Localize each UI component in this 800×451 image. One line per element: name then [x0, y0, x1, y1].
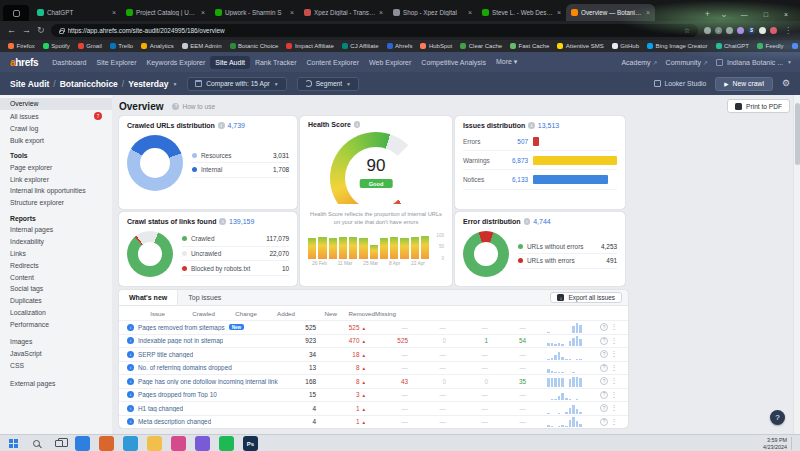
nav-item[interactable]: Rank Tracker [250, 56, 302, 69]
issue-help-icon[interactable]: ? [600, 323, 608, 331]
sidebar-entry[interactable]: Internal link opportunities [0, 185, 112, 197]
extension-icon[interactable]: ↓ [715, 27, 722, 34]
legend-row[interactable]: Internal 1,708 [192, 163, 289, 178]
column-header[interactable]: Issue [127, 310, 165, 317]
row-menu-icon[interactable]: ⋮ [608, 364, 620, 372]
column-header[interactable]: New [295, 310, 337, 317]
issue-row[interactable]: i Meta description changed 4 1▲ — — — — [119, 415, 628, 429]
crawled-value[interactable]: 4 [278, 418, 316, 425]
sidebar-entry[interactable]: Performance [0, 318, 112, 330]
row-menu-icon[interactable]: ⋮ [608, 350, 620, 358]
print-to-pdf-button[interactable]: Print to PDF [727, 99, 790, 113]
tab-close-icon[interactable]: × [112, 9, 116, 16]
column-header[interactable]: Removed [337, 310, 375, 317]
crawled-value[interactable]: 34 [278, 351, 316, 358]
tab-close-icon[interactable]: × [290, 9, 294, 16]
issue-row[interactable]: i No. of referring domains dropped 13 8▲… [119, 361, 628, 375]
crawled-value[interactable]: 4 [278, 405, 316, 412]
window-close-button[interactable]: × [776, 11, 796, 21]
history-bar[interactable] [400, 238, 408, 259]
nav-item[interactable]: Web Explorer [364, 56, 416, 69]
segment-button[interactable]: Segment ▼ [297, 77, 359, 91]
crawled-value[interactable]: 525 [278, 324, 316, 331]
breadcrumb-snapshot[interactable]: Yesterday [128, 79, 168, 89]
sidebar-entry[interactable]: Bulk export [0, 134, 112, 146]
bookmark-item[interactable]: Botanic Choice [230, 43, 279, 49]
browser-tab[interactable]: Overview — Botanicchoice × [566, 4, 655, 21]
taskbar-clock[interactable]: 3:59 PM 4/23/2024 [763, 437, 792, 451]
url-bar[interactable]: https://app.ahrefs.com/site-audit/202499… [51, 24, 698, 37]
sidebar-entry[interactable]: Overview [0, 98, 112, 110]
row-menu-icon[interactable]: ⋮ [608, 391, 620, 399]
taskbar-app-icon[interactable] [147, 436, 162, 451]
reload-icon[interactable]: ↻ [37, 26, 45, 35]
sidebar-entry[interactable]: Internal pages [0, 224, 112, 236]
sidebar-entry[interactable]: Redirects [0, 259, 112, 271]
bookmark-item[interactable]: Fast Cache [510, 43, 549, 49]
bookmark-item[interactable]: EEM Admin [182, 43, 222, 49]
issue-help-icon[interactable]: ? [600, 418, 608, 426]
crawled-value[interactable]: 13 [278, 364, 316, 371]
issues-bar-value[interactable]: 507 [502, 138, 528, 145]
browser-tab[interactable]: ChatGPT × [32, 4, 121, 21]
extension-icon[interactable] [704, 27, 711, 34]
taskbar-app-icon[interactable] [219, 436, 234, 451]
legend-row[interactable]: Resources 3,031 [192, 148, 289, 163]
taskbar-app-icon[interactable] [123, 436, 138, 451]
row-menu-icon[interactable]: ⋮ [608, 377, 620, 385]
tab-close-icon[interactable]: × [646, 9, 650, 16]
row-menu-icon[interactable]: ⋮ [608, 404, 620, 412]
sidebar-entry[interactable]: Structure explorer [0, 197, 112, 209]
bookmark-item[interactable]: Gmail [78, 43, 102, 49]
sidebar-entry[interactable]: Indexability [0, 236, 112, 248]
bookmark-item[interactable]: Trello [110, 43, 133, 49]
sidebar-entry[interactable]: Content [0, 271, 112, 283]
taskbar-app-icon[interactable]: Ps [243, 436, 258, 451]
history-bar[interactable] [370, 245, 378, 259]
issues-bar-value[interactable]: 6,133 [502, 176, 528, 183]
issue-row[interactable]: i Indexable page not in sitemap 923 470▲… [119, 334, 628, 348]
history-bar[interactable] [421, 236, 429, 259]
history-bar[interactable] [339, 237, 347, 259]
bookmark-item[interactable]: CJ Affiliate [342, 43, 379, 49]
bookmark-item[interactable]: GitHub [612, 43, 639, 49]
history-bar[interactable] [390, 237, 398, 259]
nav-item[interactable]: Content Explorer [302, 56, 365, 69]
extension-icon[interactable] [737, 27, 744, 34]
taskbar-app-icon[interactable] [171, 436, 186, 451]
scrollbar-thumb[interactable] [795, 103, 800, 165]
pinned-app-button[interactable] [3, 5, 29, 21]
start-button[interactable] [6, 437, 20, 451]
ahrefs-logo[interactable]: ahrefs [10, 57, 38, 68]
sidebar-entry[interactable]: Reports [0, 209, 112, 224]
issue-info-icon[interactable]: i [127, 405, 134, 412]
nav-item[interactable]: Competitive Analysis [416, 56, 491, 69]
browser-tab[interactable]: Steve L. - Web Designer | Digit × [477, 4, 566, 21]
extension-icon[interactable] [759, 27, 766, 34]
issue-info-icon[interactable]: i [127, 351, 134, 358]
bookmark-item[interactable]: HubSpot [420, 43, 452, 49]
issues-bar-row[interactable]: Errors 507 [463, 132, 617, 151]
taskbar-app-icon[interactable] [75, 436, 90, 451]
card-total-link[interactable]: 4,744 [533, 218, 551, 225]
history-bar[interactable] [380, 238, 388, 259]
issue-name-link[interactable]: SERP title changed [138, 351, 193, 358]
column-header[interactable]: Added [257, 310, 295, 317]
crawled-value[interactable]: 15 [278, 391, 316, 398]
taskbar-app-icon[interactable] [99, 436, 114, 451]
tab-close-icon[interactable]: × [201, 9, 205, 16]
extension-icon[interactable] [770, 27, 777, 34]
browser-tab[interactable]: Xpez Digital - Transform onlin × [299, 4, 388, 21]
issue-help-icon[interactable]: ? [600, 350, 608, 358]
bookmark-item[interactable]: Analytics [141, 43, 174, 49]
row-menu-icon[interactable]: ⋮ [608, 323, 620, 331]
legend-row[interactable]: Crawled 117,079 [182, 232, 289, 247]
history-bar[interactable] [318, 237, 326, 259]
issue-name-link[interactable]: No. of referring domains dropped [138, 364, 232, 371]
sidebar-entry[interactable]: Link explorer [0, 173, 112, 185]
issue-name-link[interactable]: Page has only one dofollow incoming inte… [138, 378, 278, 385]
column-header[interactable]: Change [215, 310, 257, 317]
legend-row[interactable]: URLs without errors 4,253 [518, 239, 617, 254]
bookmark-item[interactable]: Impact Affiliate [286, 43, 333, 49]
new-tab-button[interactable]: + [700, 9, 715, 21]
